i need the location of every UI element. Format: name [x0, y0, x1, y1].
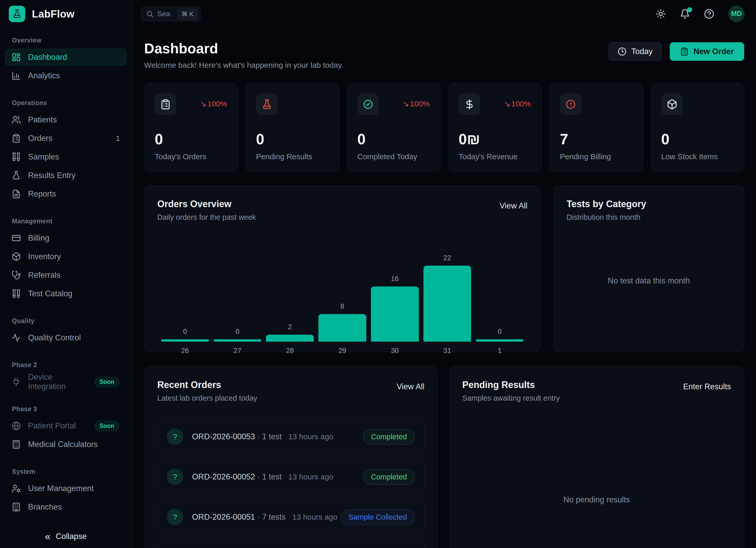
- chart-bar: [318, 314, 366, 342]
- order-avatar: ?: [167, 509, 183, 525]
- sidebar-item-dashboard[interactable]: Dashboard: [5, 49, 126, 66]
- section-label-management: Management: [12, 217, 132, 225]
- users-icon: [12, 115, 21, 124]
- chart-x-tick: 26: [159, 347, 211, 355]
- order-row[interactable]: [157, 541, 424, 548]
- sidebar-item-billing[interactable]: Billing: [5, 229, 126, 246]
- theme-toggle-button[interactable]: [656, 9, 666, 19]
- stat-label: Low Stock Items: [661, 152, 734, 161]
- recent-orders-view-all-link[interactable]: View All: [397, 382, 424, 391]
- status-badge: Completed: [363, 469, 415, 485]
- trend-down: ↘100%: [200, 99, 227, 108]
- sidebar-nav: Overview Dashboard Analytics Operations …: [0, 28, 132, 524]
- check-circle-icon: [363, 99, 373, 110]
- sidebar-item-inventory[interactable]: Inventory: [5, 248, 126, 265]
- orders-view-all-link[interactable]: View All: [500, 201, 527, 210]
- trend-down: ↘100%: [403, 99, 430, 108]
- chart-x-tick: 30: [369, 347, 421, 355]
- order-row[interactable]: ? ORD-2026-00052 · 1 test13 hours ago Co…: [157, 461, 424, 493]
- pending-results-panel: Pending Results Samples awaiting result …: [449, 366, 744, 548]
- recent-orders-panel: Recent Orders Latest lab orders placed t…: [144, 366, 438, 548]
- flask-icon: [12, 171, 21, 180]
- order-meta: · 7 tests: [257, 512, 285, 521]
- chart-x-tick: 28: [264, 347, 316, 355]
- topbar: ⌘ K MD: [132, 0, 756, 28]
- page-subtitle: Welcome back! Here's what's happening in…: [144, 61, 343, 70]
- sidebar-item-samples[interactable]: Samples: [5, 148, 126, 165]
- stat-card-todays-orders: ↘100% 0 Today's Orders: [144, 83, 238, 171]
- stat-value: 7: [560, 130, 632, 148]
- sidebar-item-orders[interactable]: Orders 1: [5, 130, 126, 147]
- section-label-overview: Overview: [12, 37, 132, 44]
- section-label-phase2: Phase 2: [12, 361, 132, 369]
- page-title: Dashboard: [144, 40, 343, 57]
- today-button[interactable]: Today: [608, 42, 662, 61]
- sun-icon: [656, 9, 666, 19]
- orders-overview-title: Orders Overview: [157, 199, 256, 209]
- sidebar-item-user-management[interactable]: User Management: [5, 480, 126, 497]
- sidebar-item-patients[interactable]: Patients: [5, 111, 126, 128]
- status-badge: Sample Collected: [341, 509, 415, 525]
- pending-empty-state: No pending results: [462, 495, 731, 504]
- main-area: ⌘ K MD Dashboard Welcome back! Here's wh…: [132, 0, 756, 548]
- orders-bar-chart: 002816220: [157, 233, 527, 342]
- sidebar-item-device-integration[interactable]: Device Integration Soon: [5, 373, 126, 390]
- sidebar-item-test-catalog[interactable]: Test Catalog: [5, 285, 126, 302]
- notification-dot: [687, 7, 692, 12]
- chart-x-axis-labels: 2627282930311: [157, 347, 527, 355]
- file-text-icon: [12, 189, 21, 199]
- chart-bar-group: 8: [316, 303, 369, 342]
- sidebar-item-referrals[interactable]: Referrals: [5, 266, 126, 284]
- stat-card-low-stock: 0 Low Stock Items: [651, 83, 744, 171]
- stat-card-pending-results: 0 Pending Results: [246, 83, 339, 171]
- sidebar-item-branches[interactable]: Branches: [5, 499, 126, 516]
- order-meta: · 1 test: [257, 472, 282, 481]
- chart-x-tick: 31: [421, 347, 474, 355]
- chart-bar-group: 16: [369, 275, 421, 342]
- stat-value: 0: [256, 130, 329, 148]
- order-row[interactable]: ? ORD-2026-00053 · 1 test13 hours ago Co…: [157, 421, 424, 453]
- order-avatar: ?: [167, 469, 183, 485]
- trend-down: ↘100%: [504, 99, 531, 108]
- bar-chart-icon: [12, 71, 21, 80]
- chart-x-tick: 27: [211, 347, 264, 355]
- search-icon: [146, 10, 154, 18]
- clock-icon: [618, 47, 627, 56]
- search-input[interactable]: [157, 10, 175, 18]
- sidebar-item-medical-calculators[interactable]: Medical Calculators: [5, 436, 126, 453]
- chart-value-label: 8: [341, 303, 344, 311]
- status-badge: Completed: [363, 429, 415, 445]
- chart-bar: [266, 335, 314, 342]
- chart-bar-group: 2: [264, 323, 316, 342]
- sidebar-collapse-button[interactable]: « Collapse: [0, 524, 132, 548]
- brand-name: LabFlow: [32, 8, 75, 20]
- section-label-operations: Operations: [12, 99, 132, 107]
- order-row[interactable]: ? ORD-2026-00051 · 7 tests13 hours ago S…: [157, 501, 424, 533]
- sidebar-item-quality-control[interactable]: Quality Control: [5, 329, 126, 346]
- sidebar-item-analytics[interactable]: Analytics: [5, 67, 126, 84]
- order-time: 13 hours ago: [288, 473, 333, 481]
- sidebar-item-reports[interactable]: Reports: [5, 185, 126, 202]
- user-avatar[interactable]: MD: [728, 6, 745, 22]
- new-order-button[interactable]: New Order: [670, 42, 744, 61]
- help-button[interactable]: [704, 9, 714, 19]
- stat-label: Today's Revenue: [459, 152, 531, 161]
- notifications-button[interactable]: [680, 9, 690, 19]
- chart-bar: [214, 339, 262, 342]
- global-search[interactable]: ⌘ K: [141, 6, 201, 21]
- chart-bar: [371, 287, 419, 342]
- section-label-system: System: [12, 468, 132, 475]
- clipboard-icon: [160, 99, 171, 110]
- credit-card-icon: [12, 233, 21, 243]
- chart-x-tick: 1: [473, 347, 526, 355]
- order-time: 13 hours ago: [288, 432, 333, 441]
- sidebar-item-results-entry[interactable]: Results Entry: [5, 167, 126, 184]
- sidebar-item-patient-portal[interactable]: Patient Portal Soon: [5, 417, 126, 434]
- activity-icon: [12, 333, 21, 343]
- recent-orders-subtitle: Latest lab orders placed today: [157, 394, 257, 403]
- section-label-quality: Quality: [12, 317, 132, 325]
- order-id: ORD-2026-00052: [192, 472, 255, 481]
- chart-value-label: 0: [183, 328, 187, 336]
- enter-results-link[interactable]: Enter Results: [683, 382, 731, 391]
- chart-value-label: 16: [391, 275, 399, 283]
